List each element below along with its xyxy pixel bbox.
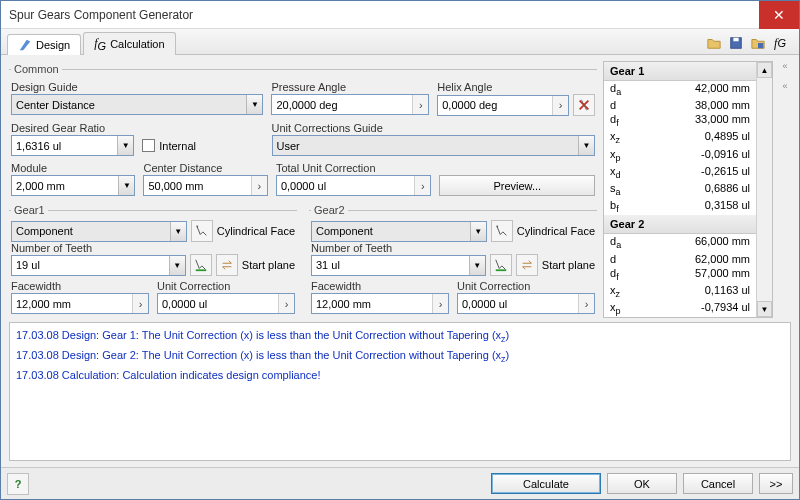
tab-calculation[interactable]: fG Calculation (83, 32, 175, 55)
gear2-teeth-combo[interactable]: 31 ul▼ (311, 255, 486, 276)
gear2-pick-face-button[interactable] (491, 220, 513, 242)
helix-angle-input[interactable]: 0,0000 deg› (437, 95, 569, 116)
toolbar-icons: fG (701, 32, 793, 54)
fx-icon: fG (94, 36, 106, 52)
gear2-group: Gear2 Component▼ Cylindrical Face Number… (309, 204, 597, 316)
body: Common Design Guide Center Distance▼ Pre… (1, 55, 799, 467)
results-scrollbar[interactable]: ▲ ▼ (756, 62, 772, 317)
titlebar: Spur Gears Component Generator ✕ (1, 1, 799, 29)
result-row: df57,000 mm (604, 266, 756, 283)
scroll-up-icon[interactable]: ▲ (757, 62, 772, 78)
gear2-legend: Gear2 (311, 204, 348, 216)
design-guide-label: Design Guide (11, 81, 263, 93)
total-unit-corr-input[interactable]: 0,0000 ul› (276, 175, 432, 196)
module-combo[interactable]: 2,000 mm▼ (11, 175, 135, 196)
tab-design[interactable]: Design (7, 34, 81, 55)
expand-icon[interactable]: › (278, 294, 294, 313)
results-gear2-header: Gear 2 (604, 215, 756, 234)
preview-button[interactable]: Preview... (439, 175, 595, 196)
chevron-down-icon[interactable]: ▼ (117, 136, 133, 155)
gear2-type-combo[interactable]: Component▼ (311, 221, 487, 242)
chevron-down-icon[interactable]: ▼ (578, 136, 594, 155)
center-distance-input[interactable]: 50,000 mm› (143, 175, 267, 196)
gear1-facewidth-input[interactable]: 12,000 mm› (11, 293, 149, 314)
helix-toggle-button[interactable] (573, 94, 595, 116)
design-guide-combo[interactable]: Center Distance▼ (11, 94, 263, 115)
gear1-pick-face-button[interactable] (191, 220, 213, 242)
chevron-down-icon[interactable]: ▼ (246, 95, 262, 114)
unit-corr-guide-combo[interactable]: User▼ (272, 135, 596, 156)
svg-rect-2 (758, 43, 763, 48)
center-distance-label: Center Distance (143, 162, 267, 174)
results-gear1-header: Gear 1 (604, 62, 756, 81)
close-button[interactable]: ✕ (759, 1, 799, 29)
open-icon[interactable] (705, 34, 723, 52)
expand-button[interactable]: >> (759, 473, 793, 494)
gear1-unit-corr-label: Unit Correction (157, 280, 295, 292)
gear2-flip-button[interactable] (516, 254, 538, 276)
calculate-button[interactable]: Calculate (491, 473, 601, 494)
chevron-down-icon[interactable]: ▼ (169, 256, 185, 275)
gear1-type-combo[interactable]: Component▼ (11, 221, 187, 242)
desired-ratio-label: Desired Gear Ratio (11, 122, 264, 134)
log-line: 17.03.08 Calculation: Calculation indica… (16, 367, 784, 383)
helix-angle-label: Helix Angle (437, 81, 595, 93)
expand-icon[interactable]: › (132, 294, 148, 313)
save-icon[interactable] (727, 34, 745, 52)
gear1-cyl-face-label: Cylindrical Face (217, 225, 295, 237)
log-line: 17.03.08 Design: Gear 2: The Unit Correc… (16, 347, 784, 367)
result-row: xz0,1163 ul (604, 283, 756, 300)
ok-button[interactable]: OK (607, 473, 677, 494)
unit-corr-guide-label: Unit Corrections Guide (272, 122, 596, 134)
gear2-unit-corr-input[interactable]: 0,0000 ul› (457, 293, 595, 314)
result-row: xp-0,0916 ul (604, 147, 756, 164)
chevron-down-icon[interactable]: ▼ (170, 222, 186, 241)
desired-ratio-combo[interactable]: 1,6316 ul▼ (11, 135, 134, 156)
result-row: bf0,3158 ul (604, 198, 756, 215)
fx-toolbar-icon[interactable]: fG (771, 34, 789, 52)
gear1-pick-plane-button[interactable] (190, 254, 212, 276)
svg-rect-1 (733, 38, 738, 42)
result-row: da42,000 mm (604, 81, 756, 98)
gear1-flip-button[interactable] (216, 254, 238, 276)
module-label: Module (11, 162, 135, 174)
results-panel: Gear 1 da42,000 mm d38,000 mm df33,000 m… (603, 61, 773, 318)
total-unit-corr-label: Total Unit Correction (276, 162, 432, 174)
panel-collapse[interactable]: «« (779, 61, 791, 318)
expand-icon[interactable]: › (251, 176, 267, 195)
cancel-button[interactable]: Cancel (683, 473, 753, 494)
gear2-pick-plane-button[interactable] (490, 254, 512, 276)
result-row: xd-0,2615 ul (604, 164, 756, 181)
gear2-teeth-label: Number of Teeth (311, 242, 392, 254)
help-button[interactable]: ? (7, 473, 29, 495)
feather-icon (18, 38, 32, 52)
expand-icon[interactable]: › (552, 96, 568, 115)
result-row: d38,000 mm (604, 98, 756, 112)
gear2-facewidth-label: Facewidth (311, 280, 449, 292)
expand-icon[interactable]: › (412, 95, 428, 114)
internal-checkbox[interactable]: Internal (142, 135, 263, 156)
chevron-down-icon[interactable]: ▼ (470, 222, 486, 241)
expand-icon[interactable]: › (432, 294, 448, 313)
message-log[interactable]: 17.03.08 Design: Gear 1: The Unit Correc… (9, 322, 791, 461)
chevron-down-icon[interactable]: ▼ (469, 256, 485, 275)
template-icon[interactable] (749, 34, 767, 52)
gear1-facewidth-label: Facewidth (11, 280, 149, 292)
gear2-facewidth-input[interactable]: 12,000 mm› (311, 293, 449, 314)
expand-icon[interactable]: › (414, 176, 430, 195)
help-icon: ? (15, 478, 22, 490)
tab-calculation-label: Calculation (110, 38, 164, 50)
gear1-start-plane-label: Start plane (242, 259, 295, 271)
expand-icon[interactable]: › (578, 294, 594, 313)
scroll-down-icon[interactable]: ▼ (757, 301, 772, 317)
gear2-cyl-face-label: Cylindrical Face (517, 225, 595, 237)
gear1-teeth-label: Number of Teeth (11, 242, 92, 254)
gear2-unit-corr-label: Unit Correction (457, 280, 595, 292)
window-title: Spur Gears Component Generator (9, 8, 759, 22)
gear1-teeth-combo[interactable]: 19 ul▼ (11, 255, 186, 276)
pressure-angle-input[interactable]: 20,0000 deg› (271, 94, 429, 115)
result-row: da66,000 mm (604, 234, 756, 251)
gear1-unit-corr-input[interactable]: 0,0000 ul› (157, 293, 295, 314)
log-line: 17.03.08 Design: Gear 1: The Unit Correc… (16, 327, 784, 347)
chevron-down-icon[interactable]: ▼ (118, 176, 134, 195)
